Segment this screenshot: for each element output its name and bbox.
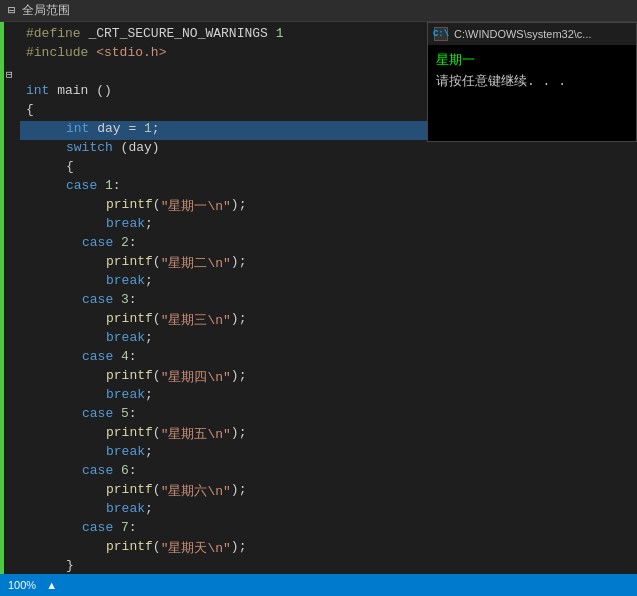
- code-line: }: [20, 558, 637, 574]
- code-line: printf("星期六\n");: [20, 482, 637, 501]
- console-output-line1: 星期一: [436, 51, 628, 72]
- code-line: case 3:: [20, 292, 637, 311]
- code-line: break;: [20, 216, 637, 235]
- code-line: case 7:: [20, 520, 637, 539]
- scroll-up-icon[interactable]: ▲: [46, 579, 57, 591]
- console-icon: C:\: [434, 27, 448, 41]
- console-overlay: C:\ C:\WINDOWS\system32\c... 星期一 请按任意键继续…: [427, 22, 637, 142]
- editor-container: ⊟ #define _CRT_SECURE_NO_WARNINGS 1 #inc…: [0, 22, 637, 574]
- code-line: break;: [20, 330, 637, 349]
- code-line: printf("星期三\n");: [20, 311, 637, 330]
- green-bar: [0, 22, 4, 574]
- code-line: switch (day): [20, 140, 637, 159]
- code-line: case 1:: [20, 178, 637, 197]
- code-line: case 6:: [20, 463, 637, 482]
- code-line: printf("星期一\n");: [20, 197, 637, 216]
- left-margin: ⊟: [0, 22, 20, 574]
- code-line: case 2:: [20, 235, 637, 254]
- code-line: case 4:: [20, 349, 637, 368]
- code-line: printf("星期五\n");: [20, 425, 637, 444]
- code-area[interactable]: #define _CRT_SECURE_NO_WARNINGS 1 #inclu…: [20, 22, 637, 574]
- zoom-level: 100%: [8, 579, 36, 591]
- console-title: C:\WINDOWS\system32\c...: [454, 28, 592, 40]
- console-titlebar: C:\ C:\WINDOWS\system32\c...: [428, 23, 636, 45]
- console-body: 星期一 请按任意键继续. . .: [428, 45, 636, 99]
- code-line: printf("星期二\n");: [20, 254, 637, 273]
- toolbar: ⊟ 全局范围: [0, 0, 637, 22]
- code-line: break;: [20, 501, 637, 520]
- status-bar: 100% ▲: [0, 574, 637, 596]
- code-line: printf("星期四\n");: [20, 368, 637, 387]
- code-line: break;: [20, 387, 637, 406]
- code-line: {: [20, 159, 637, 178]
- console-output-line2: 请按任意键继续. . .: [436, 72, 628, 93]
- code-line: break;: [20, 273, 637, 292]
- code-line: case 5:: [20, 406, 637, 425]
- scope-label: ⊟ 全局范围: [8, 2, 70, 19]
- code-line: break;: [20, 444, 637, 463]
- collapse-icon[interactable]: ⊟: [6, 68, 13, 81]
- code-line: printf("星期天\n");: [20, 539, 637, 558]
